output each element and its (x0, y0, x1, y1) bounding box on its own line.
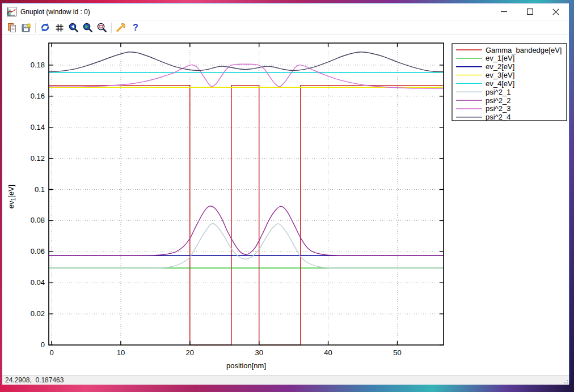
legend-label-ev_2: ev_2[eV] (486, 62, 514, 71)
x-tick-label: 0 (49, 348, 53, 357)
statusbar: 24.2908, 0.187463 (2, 375, 569, 385)
x-tick-label: 20 (186, 348, 194, 357)
replot-button[interactable] (39, 21, 52, 34)
x-tick-label: 50 (393, 348, 401, 357)
legend: Gamma_bandedge[eV]ev_1[eV]ev_2[eV]ev_3[e… (452, 44, 567, 121)
plot-gridlines (49, 43, 444, 345)
plot-tick-labels: 0102030405000.020.040.060.080.10.120.140… (31, 61, 402, 357)
svg-text:?: ? (133, 23, 138, 32)
save-icon (21, 23, 31, 33)
y-tick-label: 0.16 (31, 92, 45, 100)
plot-canvas[interactable]: 0102030405000.020.040.060.080.10.120.140… (2, 35, 569, 375)
y-tick-label: 0.1 (35, 185, 45, 194)
y-tick-label: 0.02 (31, 309, 45, 318)
toolbar-separator (35, 23, 36, 33)
titlebar[interactable]: Gnuplot (window id : 0) (2, 3, 569, 20)
zoom-previous-button[interactable] (67, 21, 80, 34)
gnuplot-window: Gnuplot (window id : 0) (2, 3, 569, 384)
settings-icon (116, 22, 126, 33)
save-button[interactable] (19, 21, 32, 34)
mouse-coordinates: 24.2908, 0.187463 (5, 376, 64, 384)
zoom-previous-icon (68, 22, 79, 33)
legend-label-psi^2_3: psi^2_3 (486, 104, 510, 113)
legend-label-ev_1: ev_1[eV] (486, 54, 514, 62)
unzoom-icon (96, 22, 107, 33)
x-tick-label: 40 (324, 348, 332, 357)
x-tick-label: 30 (255, 348, 263, 357)
series-psi^2_4 (49, 52, 444, 72)
series-Gamma_bandedge (49, 86, 444, 345)
close-icon (552, 8, 559, 15)
legend-label-ev_4: ev_4[eV] (486, 79, 514, 88)
copy-button[interactable] (5, 21, 18, 34)
x-axis-label: position[nm] (226, 361, 266, 370)
y-tick-label: 0.12 (31, 154, 45, 163)
zoom-next-icon (82, 22, 93, 33)
toolbar: ? (2, 20, 569, 35)
legend-label-Gamma_bandedge: Gamma_bandedge[eV] (486, 46, 562, 54)
legend-label-ev_3: ev_3[eV] (486, 71, 514, 79)
window-title: Gnuplot (window id : 0) (20, 8, 90, 16)
resize-grip[interactable] (562, 378, 568, 384)
settings-button[interactable] (115, 21, 128, 34)
legend-label-psi^2_1: psi^2_1 (486, 88, 510, 96)
y-tick-label: 0.08 (31, 216, 45, 224)
x-tick-label: 10 (117, 348, 125, 357)
y-tick-label: 0.18 (31, 61, 45, 69)
minimize-button[interactable] (491, 3, 517, 20)
help-icon: ? (130, 23, 141, 33)
unzoom-button[interactable] (95, 21, 108, 34)
y-axis-label: ev1[eV] (7, 185, 16, 208)
series-psi^2_3 (49, 64, 444, 88)
y-tick-label: 0 (41, 340, 45, 349)
plot-frame (49, 43, 444, 345)
y-tick-label: 0.04 (31, 278, 45, 287)
help-button[interactable]: ? (129, 21, 142, 34)
series-psi^2_2 (49, 206, 444, 256)
toolbar-separator (111, 23, 112, 33)
gnuplot-app-icon (7, 7, 16, 16)
copy-icon (7, 23, 17, 33)
replot-icon (40, 22, 50, 33)
maximize-button[interactable] (517, 3, 543, 20)
grid-button[interactable] (53, 21, 66, 34)
maximize-icon (527, 8, 533, 15)
minimize-icon (501, 8, 507, 15)
y-tick-label: 0.14 (31, 123, 45, 131)
grid-icon (54, 23, 65, 33)
close-button[interactable] (543, 3, 569, 20)
y-tick-label: 0.06 (31, 247, 45, 255)
series-psi^2_1 (49, 224, 444, 268)
legend-label-psi^2_2: psi^2_2 (486, 96, 510, 105)
legend-label-psi^2_4: psi^2_4 (486, 113, 510, 121)
zoom-next-button[interactable] (81, 21, 94, 34)
